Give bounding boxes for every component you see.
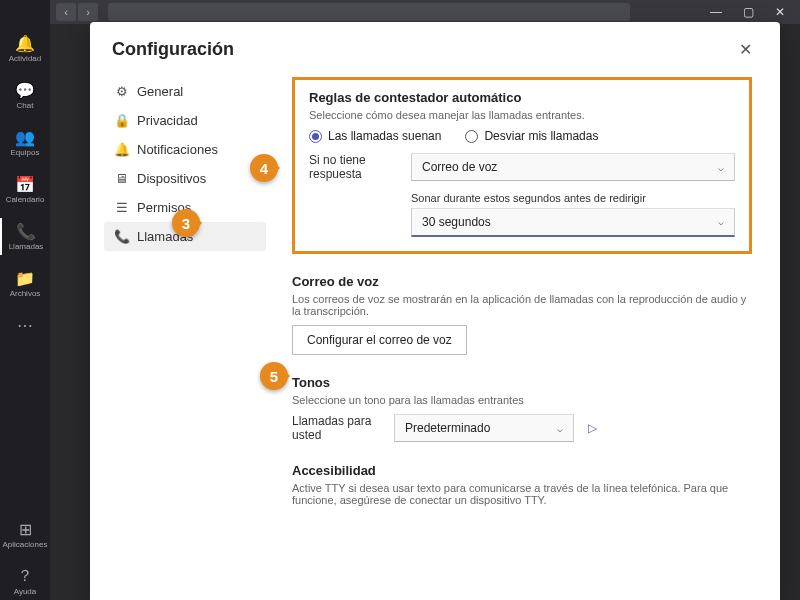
ringtones-section: Tonos Seleccione un tono para las llamad… xyxy=(292,375,752,443)
rail-calls[interactable]: 📞Llamadas xyxy=(0,218,50,255)
nav-label: Privacidad xyxy=(137,113,198,128)
apps-icon: ⊞ xyxy=(16,520,34,538)
ring-duration-label: Sonar durante estos segundos antes de re… xyxy=(411,192,735,204)
section-title: Reglas de contestador automático xyxy=(309,90,735,105)
ringtone-dropdown[interactable]: Predeterminado⌵ xyxy=(394,414,574,442)
settings-nav: ⚙General 🔒Privacidad 🔔Notificaciones 🖥Di… xyxy=(90,71,280,600)
section-title: Tonos xyxy=(292,375,752,390)
rail-more[interactable]: ⋯ xyxy=(0,312,50,338)
ringtone-row: Llamadas para usted Predeterminado⌵ ▷ xyxy=(292,414,752,443)
more-icon: ⋯ xyxy=(16,316,34,334)
files-icon: 📁 xyxy=(16,269,34,287)
accessibility-section: Accesibilidad Active TTY si desea usar t… xyxy=(292,463,752,506)
section-title: Correo de voz xyxy=(292,274,752,289)
nav-general[interactable]: ⚙General xyxy=(104,77,266,106)
rail-label: Ayuda xyxy=(14,587,37,596)
permissions-icon: ☰ xyxy=(114,200,129,215)
bell-icon: 🔔 xyxy=(16,34,34,52)
close-window-button[interactable]: ✕ xyxy=(770,5,790,19)
callout-4: 4 xyxy=(250,154,278,182)
voicemail-section: Correo de voz Los correos de voz se most… xyxy=(292,274,752,355)
title-bar: ‹ › — ▢ ✕ xyxy=(0,0,800,24)
chevron-down-icon: ⌵ xyxy=(718,216,724,227)
rail-files[interactable]: 📁Archivos xyxy=(0,265,50,302)
settings-content: Reglas de contestador automático Selecci… xyxy=(280,71,780,600)
section-subtitle: Seleccione cómo desea manejar las llamad… xyxy=(309,109,735,121)
devices-icon: 🖥 xyxy=(114,171,129,186)
section-subtitle: Los correos de voz se mostrarán en la ap… xyxy=(292,293,752,317)
rail-label: Actividad xyxy=(9,54,41,63)
rail-help[interactable]: ？Ayuda xyxy=(0,563,50,600)
rail-label: Archivos xyxy=(10,289,41,298)
radio-calls-ring[interactable]: Las llamadas suenan xyxy=(309,129,441,143)
rail-activity[interactable]: 🔔Actividad xyxy=(0,30,50,67)
rail-label: Equipos xyxy=(11,148,40,157)
section-title: Accesibilidad xyxy=(292,463,752,478)
chat-icon: 💬 xyxy=(16,81,34,99)
nav-privacy[interactable]: 🔒Privacidad xyxy=(104,106,266,135)
settings-modal: Configuración ✕ ⚙General 🔒Privacidad 🔔No… xyxy=(90,22,780,600)
nav-notifications[interactable]: 🔔Notificaciones xyxy=(104,135,266,164)
play-icon[interactable]: ▷ xyxy=(584,421,601,435)
configure-voicemail-button[interactable]: Configurar el correo de voz xyxy=(292,325,467,355)
radio-label: Desviar mis llamadas xyxy=(484,129,598,143)
radio-dot-icon xyxy=(465,130,478,143)
forward-button[interactable]: › xyxy=(78,3,98,21)
phone-icon: 📞 xyxy=(114,229,129,244)
back-button[interactable]: ‹ xyxy=(56,3,76,21)
section-subtitle: Seleccione un tono para las llamadas ent… xyxy=(292,394,752,406)
dropdown-value: Predeterminado xyxy=(405,421,490,435)
dropdown-value: Correo de voz xyxy=(422,160,497,174)
button-label: Configurar el correo de voz xyxy=(307,333,452,347)
rail-apps[interactable]: ⊞Aplicaciones xyxy=(0,516,50,553)
minimize-button[interactable]: — xyxy=(706,5,726,19)
answering-rules-section: Reglas de contestador automático Selecci… xyxy=(292,77,752,254)
calls-for-you-label: Llamadas para usted xyxy=(292,414,384,443)
nav-label: Dispositivos xyxy=(137,171,206,186)
section-subtitle: Active TTY si desea usar texto para comu… xyxy=(292,482,752,506)
radio-forward-calls[interactable]: Desviar mis llamadas xyxy=(465,129,598,143)
search-bar[interactable] xyxy=(108,3,630,21)
calendar-icon: 📅 xyxy=(16,175,34,193)
app-rail: 🔔Actividad 💬Chat 👥Equipos 📅Calendario 📞L… xyxy=(0,0,50,600)
unanswered-label: Si no tiene respuesta xyxy=(309,153,401,182)
rail-label: Llamadas xyxy=(9,242,44,251)
close-icon[interactable]: ✕ xyxy=(733,38,758,61)
nav-label: Notificaciones xyxy=(137,142,218,157)
callout-3: 3 xyxy=(172,209,200,237)
nav-arrows: ‹ › xyxy=(56,3,98,21)
help-icon: ？ xyxy=(16,567,34,585)
nav-devices[interactable]: 🖥Dispositivos xyxy=(104,164,266,193)
unanswered-row: Si no tiene respuesta Correo de voz⌵ xyxy=(309,153,735,182)
ring-duration-dropdown[interactable]: 30 segundos⌵ xyxy=(411,208,735,237)
maximize-button[interactable]: ▢ xyxy=(738,5,758,19)
radio-dot-icon xyxy=(309,130,322,143)
radio-group: Las llamadas suenan Desviar mis llamadas xyxy=(309,129,735,143)
chevron-down-icon: ⌵ xyxy=(718,162,724,173)
calls-icon: 📞 xyxy=(17,222,35,240)
callout-5: 5 xyxy=(260,362,288,390)
radio-label: Las llamadas suenan xyxy=(328,129,441,143)
modal-title: Configuración xyxy=(112,39,234,60)
unanswered-dropdown[interactable]: Correo de voz⌵ xyxy=(411,153,735,181)
modal-body: ⚙General 🔒Privacidad 🔔Notificaciones 🖥Di… xyxy=(90,71,780,600)
rail-label: Aplicaciones xyxy=(3,540,48,549)
rail-label: Calendario xyxy=(6,195,45,204)
rail-teams[interactable]: 👥Equipos xyxy=(0,124,50,161)
teams-icon: 👥 xyxy=(16,128,34,146)
rail-calendar[interactable]: 📅Calendario xyxy=(0,171,50,208)
nav-label: General xyxy=(137,84,183,99)
lock-icon: 🔒 xyxy=(114,113,129,128)
rail-chat[interactable]: 💬Chat xyxy=(0,77,50,114)
chevron-down-icon: ⌵ xyxy=(557,423,563,434)
modal-header: Configuración ✕ xyxy=(90,22,780,71)
rail-label: Chat xyxy=(17,101,34,110)
gear-icon: ⚙ xyxy=(114,84,129,99)
dropdown-value: 30 segundos xyxy=(422,215,491,229)
bell-icon: 🔔 xyxy=(114,142,129,157)
